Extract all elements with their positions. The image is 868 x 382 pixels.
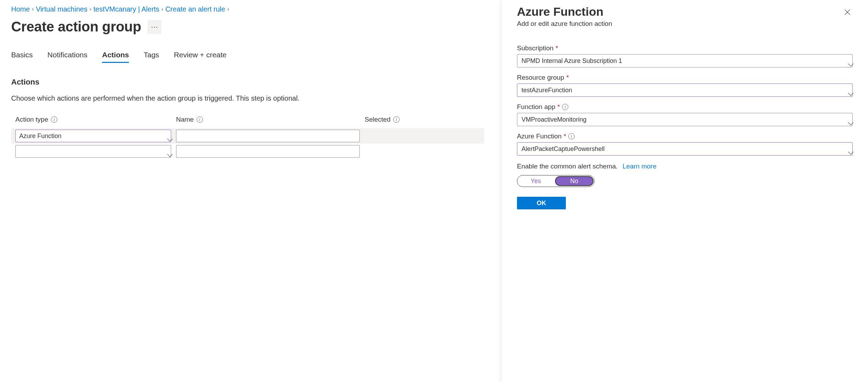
required-indicator: *: [564, 132, 566, 140]
subscription-select[interactable]: NPMD Internal Azure Subscription 1: [517, 54, 853, 67]
toggle-no[interactable]: No: [555, 176, 593, 186]
field-resource-group-label: Resource group *: [517, 74, 853, 81]
function-app-select[interactable]: VMProactiveMonitoring: [517, 113, 853, 126]
action-type-value: Azure Function: [19, 132, 61, 140]
table-row: [11, 144, 484, 159]
col-header-name: Name i: [176, 116, 365, 123]
breadcrumb: Home › Virtual machines › testVMcanary |…: [11, 4, 484, 14]
azure-function-select[interactable]: AlertPacketCaptuePowershell: [517, 142, 853, 156]
col-header-name-label: Name: [176, 116, 194, 123]
field-azure-function-label: Azure Function * i: [517, 132, 853, 140]
section-description: Choose which actions are performed when …: [11, 94, 484, 102]
col-header-selected-label: Selected: [365, 116, 391, 123]
field-azure-function: Azure Function * i AlertPacketCaptuePowe…: [517, 132, 853, 156]
resource-group-value: testAzureFunction: [521, 87, 572, 94]
tabs: Basics Notifications Actions Tags Review…: [11, 51, 484, 63]
toggle-yes[interactable]: Yes: [517, 175, 554, 187]
breadcrumb-vm-alerts[interactable]: testVMcanary | Alerts: [94, 4, 160, 14]
breadcrumb-home[interactable]: Home: [11, 4, 30, 14]
learn-more-link[interactable]: Learn more: [622, 163, 656, 170]
common-alert-schema-row: Enable the common alert schema. Learn mo…: [517, 163, 853, 170]
label-text: Subscription: [517, 44, 554, 52]
breadcrumb-create-alert-rule[interactable]: Create an alert rule: [165, 4, 225, 14]
label-text: Azure Function: [517, 132, 562, 140]
col-header-action-type: Action type i: [15, 116, 176, 123]
chevron-right-icon: ›: [32, 4, 34, 14]
close-button[interactable]: [842, 7, 853, 19]
action-name-input[interactable]: [176, 130, 360, 142]
info-icon[interactable]: i: [393, 116, 400, 123]
panel-subtitle: Add or edit azure function action: [517, 20, 612, 28]
panel-title: Azure Function: [517, 5, 612, 19]
field-resource-group: Resource group * testAzureFunction: [517, 74, 853, 97]
field-function-app-label: Function app * i: [517, 103, 853, 111]
breadcrumb-vms[interactable]: Virtual machines: [36, 4, 87, 14]
actions-table-header: Action type i Name i Selected i: [11, 116, 484, 128]
resource-group-select[interactable]: testAzureFunction: [517, 84, 853, 97]
tab-actions[interactable]: Actions: [102, 51, 129, 63]
close-icon: [844, 8, 851, 16]
field-subscription-label: Subscription *: [517, 44, 853, 52]
tab-notifications[interactable]: Notifications: [48, 51, 87, 63]
section-heading: Actions: [11, 78, 484, 87]
tab-basics[interactable]: Basics: [11, 51, 33, 63]
subscription-value: NPMD Internal Azure Subscription 1: [521, 57, 622, 65]
required-indicator: *: [557, 103, 560, 111]
chevron-right-icon: ›: [161, 4, 163, 14]
main-content: Home › Virtual machines › testVMcanary |…: [0, 0, 495, 159]
azure-function-panel: Azure Function Add or edit azure functio…: [501, 0, 868, 382]
ok-button[interactable]: OK: [517, 197, 566, 209]
table-row: Azure Function: [11, 128, 484, 144]
panel-header: Azure Function Add or edit azure functio…: [517, 5, 853, 28]
col-header-action-type-label: Action type: [15, 116, 48, 123]
chevron-right-icon: ›: [227, 4, 229, 14]
col-header-selected: Selected i: [365, 116, 484, 123]
action-type-select[interactable]: Azure Function: [15, 130, 171, 142]
label-text: Function app: [517, 103, 555, 111]
info-icon[interactable]: i: [568, 133, 575, 139]
actions-table: Action type i Name i Selected i Azure Fu…: [11, 116, 484, 159]
field-subscription: Subscription * NPMD Internal Azure Subsc…: [517, 44, 853, 67]
function-app-value: VMProactiveMonitoring: [521, 116, 586, 123]
azure-function-value: AlertPacketCaptuePowershell: [521, 145, 605, 153]
schema-toggle[interactable]: Yes No: [517, 175, 595, 187]
tab-tags[interactable]: Tags: [144, 51, 159, 63]
schema-text: Enable the common alert schema.: [517, 163, 618, 170]
label-text: Resource group: [517, 74, 564, 81]
page-title: Create action group: [11, 19, 141, 35]
info-icon[interactable]: i: [197, 116, 203, 123]
action-name-input[interactable]: [176, 145, 360, 158]
page-title-row: Create action group ⋯: [11, 19, 484, 35]
field-function-app: Function app * i VMProactiveMonitoring: [517, 103, 853, 126]
required-indicator: *: [556, 44, 558, 52]
more-button[interactable]: ⋯: [147, 20, 161, 34]
action-type-select[interactable]: [15, 145, 171, 158]
info-icon[interactable]: i: [51, 116, 57, 123]
required-indicator: *: [566, 74, 569, 81]
chevron-right-icon: ›: [89, 4, 91, 14]
info-icon[interactable]: i: [562, 104, 568, 110]
tab-review-create[interactable]: Review + create: [174, 51, 227, 63]
